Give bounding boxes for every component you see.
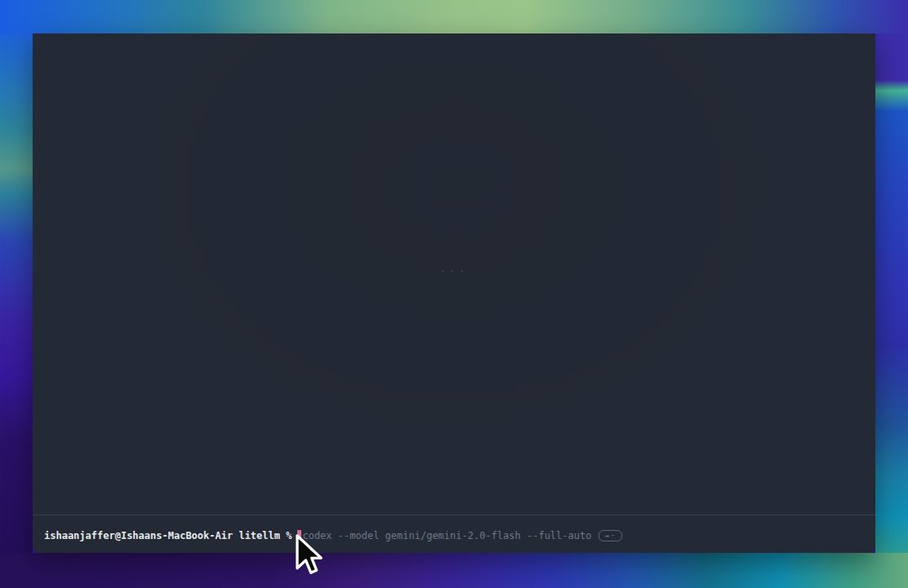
tab-key-hint-icon: →· (604, 531, 616, 541)
terminal-prompt-row[interactable]: ishaanjaffer@Ishaans-MacBook-Air litellm… (44, 528, 622, 543)
loading-ellipsis: ··· (439, 265, 468, 277)
terminal-output-area: ··· (33, 33, 875, 514)
tab-key-hint-badge: →· (599, 530, 622, 541)
wallpaper-left-strip (0, 33, 33, 553)
terminal-divider (33, 514, 875, 515)
text-cursor-caret (297, 530, 301, 541)
wallpaper-right-strip (875, 33, 908, 553)
terminal-window[interactable]: ··· ishaanjaffer@Ishaans-MacBook-Air lit… (33, 33, 875, 553)
desktop-wallpaper: ··· ishaanjaffer@Ishaans-MacBook-Air lit… (0, 0, 908, 588)
shell-prompt: ishaanjaffer@Ishaans-MacBook-Air litellm… (44, 528, 292, 543)
autosuggestion-text: codex --model gemini/gemini-2.0-flash --… (302, 528, 591, 543)
wallpaper-top-strip (0, 0, 908, 33)
wallpaper-bottom-strip (0, 553, 908, 588)
